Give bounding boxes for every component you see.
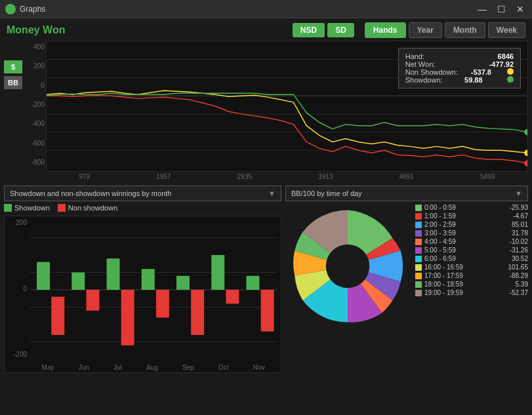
svg-rect-19 [121, 290, 134, 346]
nsd-button[interactable]: NSD [293, 23, 325, 37]
tooltip-showd-label: Showdown: [405, 76, 443, 84]
legend-item-8: 17:00 - 17:59 -88.29 [415, 272, 528, 279]
svg-rect-14 [37, 262, 50, 290]
legend-item-3: 3:00 - 3:59 31.78 [415, 229, 528, 237]
legend-label-2: 2:00 - 2:59 [424, 221, 456, 228]
bar-x-jun: Jun [79, 364, 89, 371]
nonshowdown-legend-color [58, 204, 66, 212]
bar-x-nov: Nov [253, 364, 265, 371]
showdown-legend-label: Showdown [14, 204, 50, 212]
svg-rect-18 [107, 258, 120, 290]
maximize-button[interactable]: ☐ [495, 4, 508, 14]
svg-point-8 [524, 129, 527, 136]
svg-point-7 [524, 160, 527, 167]
y-label-1: 200 [26, 62, 45, 69]
showdown-legend-color [4, 204, 12, 212]
legend-item-10: 19:00 - 19:59 -52.37 [415, 289, 528, 296]
svg-rect-17 [86, 290, 99, 311]
legend-item-2: 2:00 - 2:59 85.01 [415, 221, 528, 228]
sd-button[interactable]: SD [327, 23, 354, 37]
bar-x-sep: Sep [182, 364, 194, 371]
legend-color-10 [415, 290, 422, 296]
legend-val-6: 30.52 [512, 255, 528, 262]
tooltip-hand-label: Hand: [405, 52, 424, 60]
showd-indicator [507, 76, 514, 83]
legend-color-0 [415, 205, 422, 211]
x-label-1: 1957 [156, 173, 171, 180]
legend-color-2 [415, 222, 422, 228]
y-label-2: 0 [26, 82, 45, 89]
legend-nonshowdown: Non showdown [58, 204, 117, 212]
legend-color-3 [415, 230, 422, 237]
legend-val-4: -10.02 [510, 238, 528, 245]
tooltip-showd-val: 59.88 [464, 76, 483, 84]
legend-label-1: 1:00 - 1:59 [424, 212, 456, 220]
tooltip-netwon-val: -477.92 [489, 60, 514, 68]
x-label-3: 3913 [318, 173, 333, 180]
legend-item-9: 18:00 - 18:59 5.39 [415, 281, 528, 288]
legend-val-1: -4.67 [513, 212, 528, 220]
year-button[interactable]: Year [409, 22, 442, 38]
legend-label-0: 0:00 - 0:59 [424, 204, 456, 211]
legend-val-2: 85.01 [512, 221, 528, 228]
legend-label-5: 5:00 - 5:59 [424, 247, 456, 254]
nonshowdown-legend-label: Non showdown [68, 204, 117, 212]
legend-label-6: 6:00 - 6:59 [424, 255, 456, 262]
legend-label-3: 3:00 - 3:59 [424, 229, 456, 237]
hands-button[interactable]: Hands [365, 22, 406, 38]
legend-item-1: 1:00 - 1:59 -4.67 [415, 212, 528, 220]
chart-tooltip: Hand: 6846 Net Won: -477.92 Non Showdown… [398, 48, 521, 89]
window-controls: — ☐ ✕ [475, 4, 527, 14]
legend-val-3: 31.78 [512, 229, 528, 237]
legend-val-8: -88.29 [510, 272, 528, 279]
bar-x-may: May [42, 364, 54, 371]
showdown-dropdown[interactable]: Showdown and non-showdown winnings by mo… [4, 186, 281, 201]
x-label-0: 979 [79, 173, 90, 180]
svg-rect-20 [142, 269, 155, 290]
bbday-dropdown-arrow: ▼ [515, 189, 522, 197]
bar-y-0: 0 [7, 285, 27, 292]
y-label-4: -400 [26, 120, 45, 127]
y-label-0: 400 [26, 43, 45, 50]
bbday-dropdown[interactable]: BB/100 by time of day ▼ [285, 186, 528, 201]
legend-color-7 [415, 264, 422, 271]
legend-val-5: -31.26 [510, 247, 528, 254]
legend-label-10: 19:00 - 19:59 [424, 289, 463, 296]
legend-item-5: 5:00 - 5:59 -31.26 [415, 247, 528, 254]
pie-legend: 0:00 - 0:59 -25.93 1:00 - 1:59 -4.67 2:0… [415, 204, 528, 296]
bar-y-neg200: -200 [7, 351, 27, 358]
legend-val-9: 5.39 [516, 281, 528, 288]
svg-rect-21 [156, 290, 169, 317]
minimize-button[interactable]: — [475, 4, 489, 14]
tooltip-nonshowd-label: Non Showdown: [405, 68, 458, 76]
svg-rect-15 [51, 297, 64, 335]
app-icon [5, 4, 16, 14]
legend-label-8: 17:00 - 17:59 [424, 272, 463, 279]
bbday-dropdown-label: BB/100 by time of day [291, 189, 362, 197]
bar-x-jul: Jul [113, 364, 122, 371]
nonshowd-indicator [507, 68, 514, 75]
chart-type-buttons: NSD SD Hands Year Month Week [293, 22, 525, 38]
svg-rect-26 [246, 276, 259, 290]
legend-color-1 [415, 213, 422, 220]
legend-label-4: 4:00 - 4:59 [424, 238, 456, 245]
svg-rect-24 [211, 255, 224, 290]
bb-button[interactable]: BB [4, 76, 22, 89]
legend-item-0: 0:00 - 0:59 -25.93 [415, 204, 528, 211]
legend-label-9: 18:00 - 18:59 [424, 281, 463, 288]
svg-rect-27 [261, 290, 274, 332]
close-button[interactable]: ✕ [514, 4, 527, 14]
y-label-3: -200 [26, 101, 45, 108]
legend-color-9 [415, 281, 422, 288]
month-button[interactable]: Month [445, 22, 485, 38]
bar-chart-svg [30, 220, 277, 359]
bar-x-aug: Aug [146, 364, 158, 371]
dollar-button[interactable]: $ [4, 60, 22, 73]
y-label-6: -800 [26, 159, 45, 166]
legend-val-10: -52.37 [510, 289, 528, 296]
svg-rect-25 [226, 290, 239, 304]
bar-x-oct: Oct [218, 364, 229, 371]
legend-item-7: 16:00 - 16:59 101.65 [415, 264, 528, 271]
week-button[interactable]: Week [488, 22, 525, 38]
svg-point-28 [326, 245, 370, 288]
